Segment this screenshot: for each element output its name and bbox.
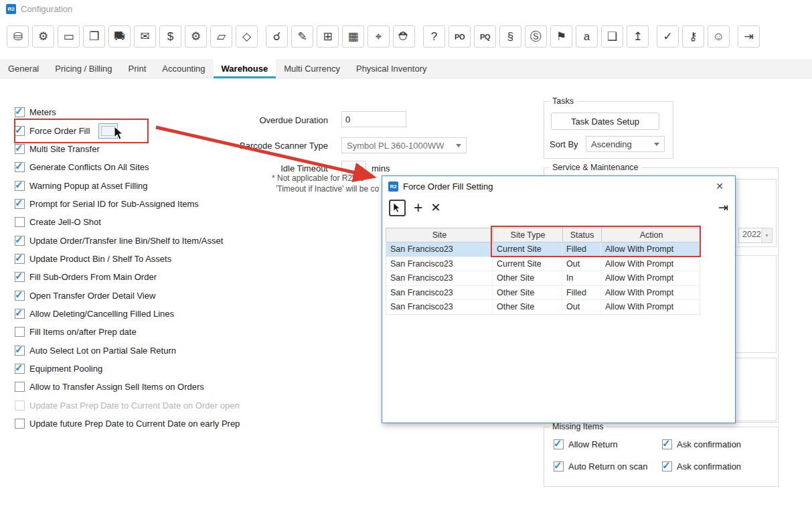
checkbox[interactable] [15, 126, 25, 136]
option-create-jell-o-shot[interactable]: Create Jell-O Shot [15, 213, 240, 231]
audit-lookup-icon[interactable]: ☌ [266, 25, 288, 48]
add-icon[interactable]: + [414, 200, 422, 216]
help-icon[interactable]: ? [423, 25, 445, 48]
checkbox[interactable] [15, 346, 25, 356]
checkbox[interactable] [15, 419, 25, 429]
checkbox[interactable] [15, 144, 25, 154]
pq-icon[interactable]: PQ [474, 25, 496, 48]
checkbox[interactable] [15, 217, 25, 227]
table-row[interactable]: San Francisco23Current SiteFilledAllow W… [386, 242, 700, 257]
po-icon[interactable]: PO [449, 25, 471, 48]
checkbox[interactable] [15, 236, 25, 246]
column-header-status[interactable]: Status [563, 228, 602, 242]
checkbox[interactable] [15, 364, 25, 374]
checkbox[interactable] [15, 309, 25, 319]
option-auto-select-lot-on-partial-sale-return[interactable]: Auto Select Lot on Partial Sale Return [15, 341, 240, 359]
save-icon[interactable]: ⛁ [7, 25, 29, 48]
mail-icon[interactable]: ✉ [134, 25, 156, 48]
table-row[interactable]: San Francisco23Other SiteFilledAllow Wit… [386, 286, 700, 301]
brush-icon[interactable]: ✎ [291, 25, 313, 48]
sort-by-select[interactable]: Ascending [586, 136, 665, 152]
copier-icon[interactable]: ❐ [83, 25, 105, 48]
folder-icon[interactable]: ▱ [210, 25, 232, 48]
gear-icon[interactable]: ⚙ [185, 25, 207, 48]
option-prompt-for-serial-id-for-sub-assigned-items[interactable]: Prompt for Serial ID for Sub-Assigned It… [15, 195, 240, 213]
checkbox[interactable] [15, 254, 25, 264]
currency-shield-icon[interactable]: Ⓢ [525, 25, 547, 48]
force-order-fill-settings-button[interactable] [98, 123, 118, 139]
exit-icon[interactable]: ⇥ [738, 25, 760, 48]
id-badge-icon[interactable]: ☺ [708, 25, 730, 48]
overdue-duration-input[interactable] [341, 111, 406, 127]
checkbox[interactable] [15, 272, 25, 282]
exit-icon[interactable]: ⇥ [718, 200, 728, 215]
column-header-action[interactable]: Action [602, 228, 701, 242]
table-row[interactable]: San Francisco23Other SiteOutAllow With P… [386, 300, 700, 314]
delete-icon[interactable]: ✕ [430, 202, 440, 214]
task-dates-setup-button[interactable]: Task Dates Setup [551, 113, 659, 130]
checkbox[interactable] [662, 439, 672, 449]
option-update-future-prep-date-to-current-date-on-early-prep[interactable]: Update future Prep Date to Current Date … [15, 415, 240, 433]
option-allow-deleting-cancelling-filled-lines[interactable]: Allow Deleting/Cancelling Filled Lines [15, 305, 240, 323]
option-update-product-bin-shelf-to-assets[interactable]: Update Product Bin / Shelf To Assets [15, 250, 240, 268]
card-icon[interactable]: ▭ [58, 25, 80, 48]
checkbox[interactable] [15, 382, 25, 392]
option-meters[interactable]: Meters [15, 103, 240, 121]
checkbox[interactable] [15, 199, 25, 209]
close-icon[interactable]: ✕ [710, 181, 729, 192]
flag-icon[interactable]: ⚑ [550, 25, 572, 48]
doc-a-icon[interactable]: a [576, 25, 598, 48]
upload-icon[interactable]: ↥ [627, 25, 649, 48]
tab-accounting[interactable]: Accounting [154, 59, 213, 78]
hardhat-icon[interactable]: ⛑ [393, 25, 415, 48]
package-settings-icon[interactable]: ❑ [601, 25, 623, 48]
table-row[interactable]: San Francisco23Current SiteOutAllow With… [386, 257, 700, 272]
checkbox[interactable] [15, 401, 25, 411]
tag-icon[interactable]: ◇ [236, 25, 258, 48]
barcode-scanner-type-select[interactable]: Symbol PL 360-1000WW [341, 137, 467, 153]
receipt-icon[interactable]: § [499, 25, 521, 48]
spinner-arrow-icon[interactable]: ▾ [761, 228, 772, 242]
checkbox-ask-confirmation-return[interactable]: Ask confirmation [662, 439, 741, 449]
tab-physical-inventory[interactable]: Physical Inventory [348, 59, 435, 78]
table-row[interactable]: San Francisco23Other SiteInAllow With Pr… [386, 271, 700, 286]
truck-icon[interactable]: ⛟ [108, 25, 131, 48]
option-allow-to-transfer-assign-sell-items-on-orders[interactable]: Allow to Transfer Assign Sell Items on O… [15, 378, 240, 396]
option-fill-sub-orders-from-main-order[interactable]: Fill Sub-Orders From Main Order [15, 268, 240, 286]
tab-warehouse[interactable]: Warehouse [214, 59, 276, 78]
calendar-icon[interactable]: ▦ [342, 25, 364, 48]
shield-check-icon[interactable]: ✓ [657, 25, 679, 48]
tab-multi-currency[interactable]: Multi Currency [276, 59, 348, 78]
option-equipment-pooling[interactable]: Equipment Pooling [15, 360, 240, 378]
grid-icon[interactable]: ⊞ [317, 25, 339, 48]
column-header-site-type[interactable]: Site Type [493, 228, 563, 242]
checkbox-allow-return[interactable]: Allow Return [554, 439, 618, 449]
checkbox[interactable] [15, 291, 25, 301]
tab-pricing-billing[interactable]: Pricing / Billing [47, 59, 120, 78]
option-generate-conflicts-on-all-sites[interactable]: Generate Conflicts On All Sites [15, 158, 240, 176]
option-warning-popup-at-asset-filling[interactable]: Warning Popup at Asset Filling [15, 176, 240, 194]
key-icon[interactable]: ⚷ [682, 25, 704, 48]
option-force-order-fill[interactable]: Force Order Fill [15, 121, 240, 139]
idle-timeout-input[interactable] [341, 161, 366, 175]
checkbox[interactable] [554, 461, 564, 472]
checkbox[interactable] [554, 439, 564, 449]
option-fill-items-on-after-prep-date[interactable]: Fill Items on/after Prep date [15, 323, 240, 341]
checkbox-auto-return-on-scan[interactable]: Auto Return on scan [554, 461, 648, 472]
checkbox[interactable] [15, 327, 25, 337]
billing-settings-icon[interactable]: $ [159, 25, 181, 48]
checkbox[interactable] [15, 181, 25, 191]
checkbox[interactable] [662, 461, 672, 472]
option-multi-site-transfer[interactable]: Multi Site Transfer [15, 140, 240, 158]
option-update-past-prep-date-to-current-date-on-order-open[interactable]: Update Past Prep Date to Current Date on… [15, 396, 240, 415]
checkbox[interactable] [15, 162, 25, 172]
option-update-order-transfer-line-bin-shelf-to-item-asset[interactable]: Update Order/Transfer line Bin/Shelf to … [15, 231, 240, 249]
select-cursor-icon[interactable] [389, 200, 406, 216]
checkbox-ask-confirmation-scan[interactable]: Ask confirmation [662, 461, 741, 472]
column-header-site[interactable]: Site [386, 228, 493, 242]
checkbox[interactable] [15, 107, 25, 117]
year-spinner[interactable]: 2022 ▾ [738, 228, 773, 243]
option-open-transfer-order-detail-view[interactable]: Open Transfer Order Detail View [15, 286, 240, 304]
tab-print[interactable]: Print [120, 59, 155, 78]
settings-icon[interactable]: ⚙ [32, 25, 54, 48]
